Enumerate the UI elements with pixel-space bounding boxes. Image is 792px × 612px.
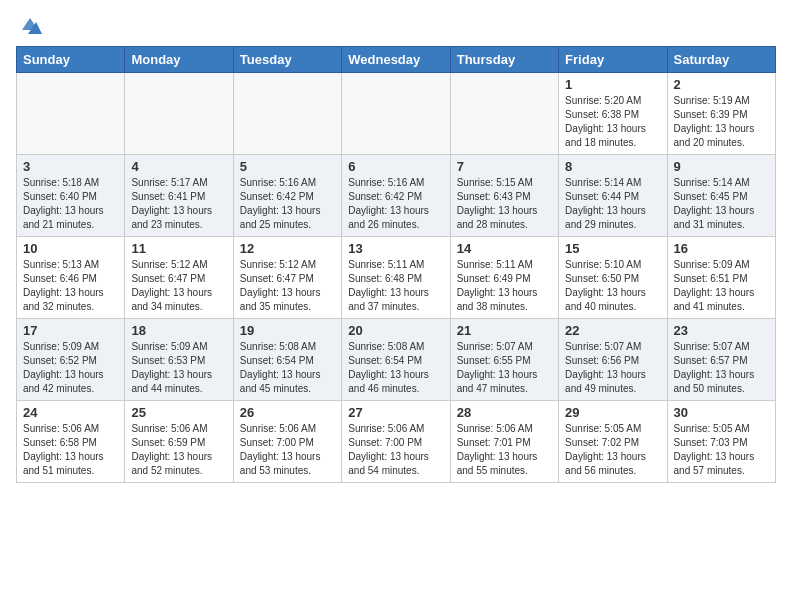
day-number: 26 [240,405,335,420]
day-info: Sunrise: 5:14 AM Sunset: 6:45 PM Dayligh… [674,176,769,232]
calendar-day-cell: 10Sunrise: 5:13 AM Sunset: 6:46 PM Dayli… [17,237,125,319]
day-info: Sunrise: 5:12 AM Sunset: 6:47 PM Dayligh… [131,258,226,314]
day-info: Sunrise: 5:06 AM Sunset: 6:58 PM Dayligh… [23,422,118,478]
calendar-day-cell: 25Sunrise: 5:06 AM Sunset: 6:59 PM Dayli… [125,401,233,483]
calendar-header-cell: Saturday [667,47,775,73]
day-info: Sunrise: 5:20 AM Sunset: 6:38 PM Dayligh… [565,94,660,150]
calendar-day-cell: 9Sunrise: 5:14 AM Sunset: 6:45 PM Daylig… [667,155,775,237]
calendar-header-cell: Thursday [450,47,558,73]
calendar-day-cell: 14Sunrise: 5:11 AM Sunset: 6:49 PM Dayli… [450,237,558,319]
calendar-day-cell: 19Sunrise: 5:08 AM Sunset: 6:54 PM Dayli… [233,319,341,401]
calendar-day-cell: 28Sunrise: 5:06 AM Sunset: 7:01 PM Dayli… [450,401,558,483]
day-number: 25 [131,405,226,420]
calendar-week-row: 24Sunrise: 5:06 AM Sunset: 6:58 PM Dayli… [17,401,776,483]
day-number: 22 [565,323,660,338]
day-info: Sunrise: 5:15 AM Sunset: 6:43 PM Dayligh… [457,176,552,232]
calendar-week-row: 1Sunrise: 5:20 AM Sunset: 6:38 PM Daylig… [17,73,776,155]
calendar-day-cell: 26Sunrise: 5:06 AM Sunset: 7:00 PM Dayli… [233,401,341,483]
day-number: 21 [457,323,552,338]
day-info: Sunrise: 5:08 AM Sunset: 6:54 PM Dayligh… [240,340,335,396]
calendar-table: SundayMondayTuesdayWednesdayThursdayFrid… [16,46,776,483]
calendar-day-cell: 18Sunrise: 5:09 AM Sunset: 6:53 PM Dayli… [125,319,233,401]
day-info: Sunrise: 5:18 AM Sunset: 6:40 PM Dayligh… [23,176,118,232]
calendar-day-cell: 8Sunrise: 5:14 AM Sunset: 6:44 PM Daylig… [559,155,667,237]
day-info: Sunrise: 5:08 AM Sunset: 6:54 PM Dayligh… [348,340,443,396]
day-info: Sunrise: 5:06 AM Sunset: 7:00 PM Dayligh… [348,422,443,478]
day-number: 24 [23,405,118,420]
day-number: 3 [23,159,118,174]
calendar-header-cell: Monday [125,47,233,73]
day-info: Sunrise: 5:16 AM Sunset: 6:42 PM Dayligh… [240,176,335,232]
calendar-day-cell: 2Sunrise: 5:19 AM Sunset: 6:39 PM Daylig… [667,73,775,155]
day-info: Sunrise: 5:09 AM Sunset: 6:51 PM Dayligh… [674,258,769,314]
day-info: Sunrise: 5:05 AM Sunset: 7:02 PM Dayligh… [565,422,660,478]
day-info: Sunrise: 5:11 AM Sunset: 6:49 PM Dayligh… [457,258,552,314]
day-number: 4 [131,159,226,174]
calendar-day-cell: 15Sunrise: 5:10 AM Sunset: 6:50 PM Dayli… [559,237,667,319]
calendar-header-cell: Friday [559,47,667,73]
day-number: 17 [23,323,118,338]
calendar-day-cell [233,73,341,155]
calendar-header-cell: Tuesday [233,47,341,73]
day-info: Sunrise: 5:10 AM Sunset: 6:50 PM Dayligh… [565,258,660,314]
logo [16,16,42,36]
calendar-header-row: SundayMondayTuesdayWednesdayThursdayFrid… [17,47,776,73]
calendar-day-cell: 27Sunrise: 5:06 AM Sunset: 7:00 PM Dayli… [342,401,450,483]
day-number: 27 [348,405,443,420]
day-info: Sunrise: 5:07 AM Sunset: 6:57 PM Dayligh… [674,340,769,396]
calendar-day-cell: 11Sunrise: 5:12 AM Sunset: 6:47 PM Dayli… [125,237,233,319]
calendar-day-cell: 23Sunrise: 5:07 AM Sunset: 6:57 PM Dayli… [667,319,775,401]
day-number: 30 [674,405,769,420]
calendar-day-cell: 4Sunrise: 5:17 AM Sunset: 6:41 PM Daylig… [125,155,233,237]
day-info: Sunrise: 5:09 AM Sunset: 6:52 PM Dayligh… [23,340,118,396]
day-info: Sunrise: 5:13 AM Sunset: 6:46 PM Dayligh… [23,258,118,314]
calendar-day-cell: 22Sunrise: 5:07 AM Sunset: 6:56 PM Dayli… [559,319,667,401]
calendar-day-cell [342,73,450,155]
day-info: Sunrise: 5:16 AM Sunset: 6:42 PM Dayligh… [348,176,443,232]
day-info: Sunrise: 5:06 AM Sunset: 7:01 PM Dayligh… [457,422,552,478]
day-info: Sunrise: 5:07 AM Sunset: 6:56 PM Dayligh… [565,340,660,396]
day-number: 11 [131,241,226,256]
day-number: 13 [348,241,443,256]
day-number: 28 [457,405,552,420]
day-info: Sunrise: 5:05 AM Sunset: 7:03 PM Dayligh… [674,422,769,478]
day-info: Sunrise: 5:09 AM Sunset: 6:53 PM Dayligh… [131,340,226,396]
calendar-day-cell: 21Sunrise: 5:07 AM Sunset: 6:55 PM Dayli… [450,319,558,401]
day-number: 20 [348,323,443,338]
calendar-day-cell [17,73,125,155]
calendar-week-row: 10Sunrise: 5:13 AM Sunset: 6:46 PM Dayli… [17,237,776,319]
calendar-week-row: 3Sunrise: 5:18 AM Sunset: 6:40 PM Daylig… [17,155,776,237]
calendar-day-cell: 1Sunrise: 5:20 AM Sunset: 6:38 PM Daylig… [559,73,667,155]
day-number: 9 [674,159,769,174]
day-number: 2 [674,77,769,92]
logo-icon [18,16,42,36]
calendar-day-cell [450,73,558,155]
day-number: 19 [240,323,335,338]
calendar-day-cell: 24Sunrise: 5:06 AM Sunset: 6:58 PM Dayli… [17,401,125,483]
calendar-day-cell: 5Sunrise: 5:16 AM Sunset: 6:42 PM Daylig… [233,155,341,237]
day-number: 10 [23,241,118,256]
day-info: Sunrise: 5:06 AM Sunset: 6:59 PM Dayligh… [131,422,226,478]
day-number: 29 [565,405,660,420]
calendar-day-cell: 7Sunrise: 5:15 AM Sunset: 6:43 PM Daylig… [450,155,558,237]
day-number: 5 [240,159,335,174]
calendar-body: 1Sunrise: 5:20 AM Sunset: 6:38 PM Daylig… [17,73,776,483]
day-info: Sunrise: 5:12 AM Sunset: 6:47 PM Dayligh… [240,258,335,314]
calendar-day-cell: 20Sunrise: 5:08 AM Sunset: 6:54 PM Dayli… [342,319,450,401]
calendar-day-cell: 6Sunrise: 5:16 AM Sunset: 6:42 PM Daylig… [342,155,450,237]
calendar-day-cell: 29Sunrise: 5:05 AM Sunset: 7:02 PM Dayli… [559,401,667,483]
calendar-day-cell [125,73,233,155]
calendar-day-cell: 16Sunrise: 5:09 AM Sunset: 6:51 PM Dayli… [667,237,775,319]
day-number: 7 [457,159,552,174]
calendar-day-cell: 3Sunrise: 5:18 AM Sunset: 6:40 PM Daylig… [17,155,125,237]
day-number: 23 [674,323,769,338]
day-number: 16 [674,241,769,256]
day-info: Sunrise: 5:11 AM Sunset: 6:48 PM Dayligh… [348,258,443,314]
calendar-day-cell: 13Sunrise: 5:11 AM Sunset: 6:48 PM Dayli… [342,237,450,319]
calendar-day-cell: 30Sunrise: 5:05 AM Sunset: 7:03 PM Dayli… [667,401,775,483]
calendar-day-cell: 12Sunrise: 5:12 AM Sunset: 6:47 PM Dayli… [233,237,341,319]
day-info: Sunrise: 5:17 AM Sunset: 6:41 PM Dayligh… [131,176,226,232]
day-number: 1 [565,77,660,92]
day-number: 12 [240,241,335,256]
day-number: 8 [565,159,660,174]
